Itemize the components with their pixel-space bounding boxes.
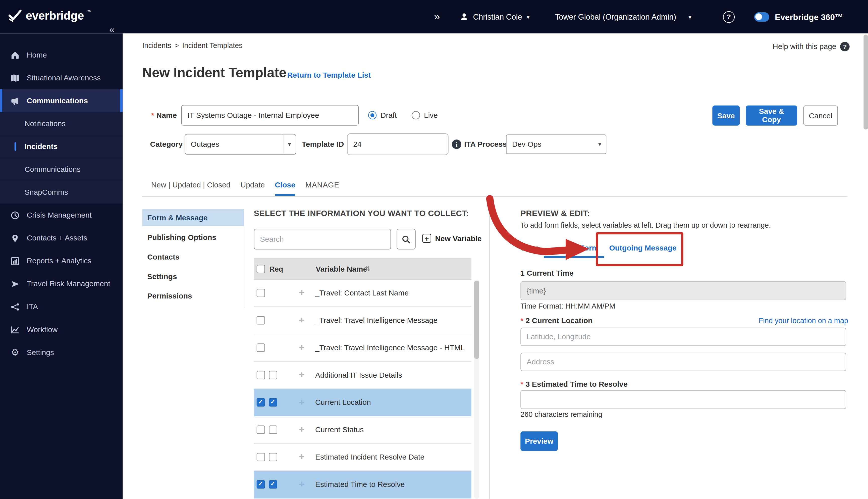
- tab-new-updated-closed[interactable]: New | Updated | Closed: [151, 181, 231, 196]
- tab-update[interactable]: Update: [240, 181, 265, 196]
- estimated-time-input[interactable]: [520, 390, 846, 409]
- plane-icon: [10, 279, 20, 289]
- required-checkbox[interactable]: [269, 480, 277, 488]
- subnav-permissions[interactable]: Permissions: [142, 288, 244, 304]
- sidebar-item-label: ITA: [27, 303, 38, 311]
- tab-close[interactable]: Close: [275, 181, 295, 196]
- table-row[interactable]: + Current Status: [254, 416, 471, 444]
- everbridge-logo-icon: [8, 8, 22, 23]
- preview-heading: PREVIEW & EDIT:: [520, 209, 590, 218]
- sidebar-item-snapcomms[interactable]: SnapComms: [0, 181, 123, 204]
- new-variable-button[interactable]: + New Variable: [422, 234, 482, 243]
- sidebar-item-ita[interactable]: ITA: [0, 295, 123, 318]
- add-variable-icon[interactable]: +: [299, 451, 305, 463]
- template-name-input[interactable]: [181, 105, 359, 126]
- cancel-button[interactable]: Cancel: [803, 106, 838, 126]
- user-name: Christian Cole: [473, 12, 522, 21]
- status-radio-live[interactable]: Live: [412, 111, 438, 119]
- sidebar-item-incidents[interactable]: Incidents: [0, 135, 123, 158]
- select-checkbox[interactable]: [257, 316, 265, 324]
- sidebar-item-communications[interactable]: Communications: [0, 89, 123, 112]
- required-checkbox[interactable]: [269, 371, 277, 379]
- variable-name: _Travel: Travel Intelligence Message: [315, 316, 437, 324]
- add-variable-icon[interactable]: +: [299, 369, 305, 380]
- expand-panel-button[interactable]: »: [434, 0, 440, 34]
- tab-incident-form[interactable]: Form: [544, 240, 604, 256]
- address-input[interactable]: [520, 353, 846, 371]
- ita-process-select[interactable]: Dev Ops ▾: [506, 134, 607, 154]
- template-id-input[interactable]: [347, 133, 449, 155]
- select-checkbox[interactable]: [257, 453, 265, 461]
- chevron-down-icon: ▾: [283, 134, 296, 154]
- tab-manage[interactable]: MANAGE: [306, 181, 339, 196]
- add-variable-icon[interactable]: +: [299, 342, 305, 353]
- category-label: Category: [150, 140, 183, 148]
- sidebar-item-situational-awareness[interactable]: Situational Awareness: [0, 66, 123, 89]
- sort-icon[interactable]: ⇅: [365, 265, 370, 272]
- question-circle-icon: ?: [840, 42, 850, 51]
- add-variable-icon[interactable]: +: [299, 397, 305, 408]
- search-icon: [401, 235, 411, 244]
- breadcrumb-incidents-link[interactable]: Incidents: [142, 41, 171, 49]
- page-scrollbar-thumb[interactable]: [864, 35, 868, 130]
- tab-outgoing-message[interactable]: Outgoing Message: [609, 240, 677, 256]
- return-to-template-list-link[interactable]: Return to Template List: [287, 71, 371, 79]
- sidebar-item-settings[interactable]: ⚙ Settings: [0, 341, 123, 364]
- save-button[interactable]: Save: [712, 106, 740, 126]
- add-variable-icon[interactable]: +: [299, 288, 305, 299]
- page: everbridge ™ » Christian Cole ▾ Tower Gl…: [0, 0, 868, 499]
- save-and-copy-button[interactable]: Save & Copy: [746, 106, 797, 126]
- sidebar-item-notifications[interactable]: Notifications: [0, 112, 123, 135]
- sidebar-item-crisis-management[interactable]: Crisis Management: [0, 204, 123, 227]
- help-with-page-link[interactable]: Help with this page ?: [772, 42, 850, 51]
- select-checkbox[interactable]: [257, 480, 265, 488]
- sidebar-item-label: Notifications: [25, 119, 65, 127]
- select-all-checkbox[interactable]: [257, 265, 265, 273]
- preview-button[interactable]: Preview: [520, 431, 558, 451]
- org-selector[interactable]: Tower Global (Organization Admin) ▾: [555, 0, 692, 34]
- select-checkbox[interactable]: [257, 398, 265, 406]
- map-icon: [10, 73, 20, 83]
- user-menu[interactable]: Christian Cole ▾: [460, 0, 530, 34]
- find-location-on-map-link[interactable]: Find your location on a map: [759, 316, 847, 325]
- select-checkbox[interactable]: [257, 426, 265, 434]
- everbridge-360-switch[interactable]: Everbridge 360™: [754, 0, 843, 34]
- table-scrollbar-thumb[interactable]: [474, 281, 479, 359]
- sidebar-item-travel-risk-management[interactable]: Travel Risk Management: [0, 272, 123, 295]
- help-menu[interactable]: ?: [723, 0, 735, 34]
- select-checkbox[interactable]: [257, 371, 265, 379]
- table-row[interactable]: + _Travel: Contact Last Name: [254, 280, 471, 307]
- table-row[interactable]: + Current Location: [254, 389, 471, 416]
- table-row[interactable]: + Estimated Incident Resolve Date: [254, 444, 471, 471]
- required-checkbox[interactable]: [269, 453, 277, 461]
- select-checkbox[interactable]: [257, 343, 265, 352]
- sidebar-item-reports-analytics[interactable]: Reports + Analytics: [0, 250, 123, 272]
- sidebar-item-home[interactable]: Home: [0, 44, 123, 66]
- sidebar-item-communications-sub[interactable]: Communications: [0, 158, 123, 181]
- subnav-form-message[interactable]: Form & Message: [142, 209, 244, 226]
- latitude-longitude-input[interactable]: [520, 328, 846, 346]
- chevron-down-icon: ▾: [598, 141, 606, 148]
- status-radio-draft[interactable]: Draft: [368, 111, 397, 119]
- table-row[interactable]: + _Travel: Travel Intelligence Message: [254, 307, 471, 334]
- add-variable-icon[interactable]: +: [299, 315, 305, 326]
- table-row[interactable]: + Additional IT Issue Details: [254, 362, 471, 389]
- select-checkbox[interactable]: [257, 289, 265, 297]
- variable-name-column-header: Variable Name: [316, 265, 367, 273]
- table-row[interactable]: + _Travel: Travel Intelligence Message -…: [254, 334, 471, 362]
- required-checkbox[interactable]: [269, 398, 277, 406]
- search-button[interactable]: [397, 229, 416, 250]
- subnav-settings[interactable]: Settings: [142, 268, 244, 285]
- required-checkbox[interactable]: [269, 426, 277, 434]
- add-variable-icon[interactable]: +: [299, 479, 305, 490]
- sidebar-collapse-button[interactable]: «: [109, 25, 114, 36]
- category-select[interactable]: Outages ▾: [185, 134, 296, 155]
- table-row[interactable]: + Estimated Time to Resolve: [254, 471, 471, 499]
- sidebar-item-contacts-assets[interactable]: Contacts + Assets: [0, 227, 123, 250]
- variable-name: Estimated Incident Resolve Date: [315, 453, 424, 461]
- variable-search-input[interactable]: [254, 229, 391, 250]
- sidebar-item-workflow[interactable]: Workflow: [0, 318, 123, 341]
- subnav-contacts[interactable]: Contacts: [142, 248, 244, 265]
- subnav-publishing-options[interactable]: Publishing Options: [142, 229, 244, 246]
- add-variable-icon[interactable]: +: [299, 424, 305, 435]
